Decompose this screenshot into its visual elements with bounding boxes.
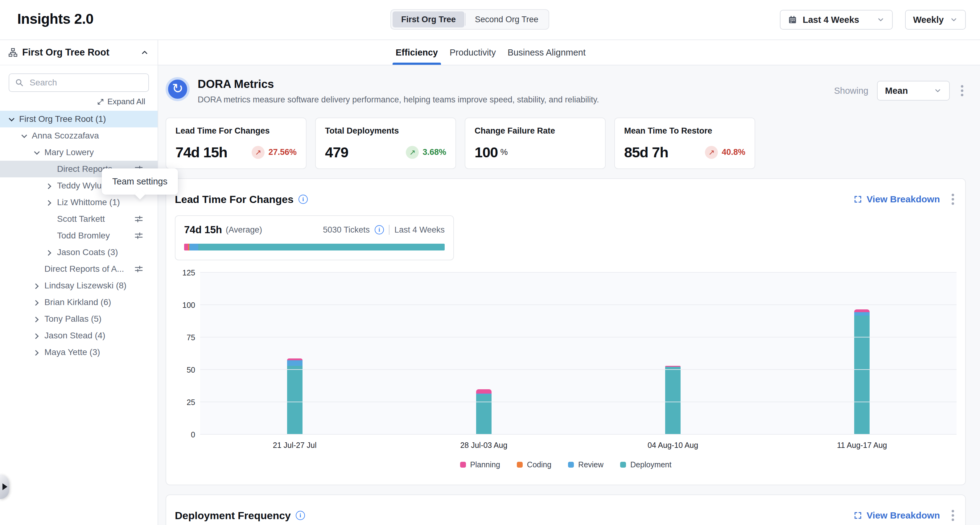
tree-item[interactable]: Todd Bromley	[0, 228, 158, 244]
chevron-right-icon[interactable]	[44, 181, 53, 190]
delta-badge: ↗40.8%	[705, 146, 745, 159]
phase-distribution-bar	[184, 244, 445, 250]
bar-segment-review	[854, 312, 870, 315]
page-title: Insights 2.0	[17, 11, 94, 27]
bar-segment-planning	[854, 309, 870, 312]
legend-item-review[interactable]: Review	[568, 460, 603, 469]
tree-item[interactable]: Jason Coats (3)	[0, 244, 158, 261]
dora-titles: DORA Metrics DORA metrics measure softwa…	[198, 77, 599, 105]
date-range-dropdown[interactable]: Last 4 Weeks	[780, 10, 893, 30]
info-icon[interactable]: i	[375, 225, 384, 234]
gridline	[200, 272, 956, 273]
view-breakdown-link[interactable]: View Breakdown	[854, 194, 940, 205]
bar-segment-review	[287, 360, 302, 366]
tab-business-alignment[interactable]: Business Alignment	[508, 40, 585, 65]
team-settings-icon[interactable]	[134, 231, 143, 240]
tree-item-label: Scott Tarkett	[57, 214, 105, 224]
delta-percent: 40.8%	[722, 148, 745, 157]
view-breakdown-label: View Breakdown	[867, 194, 940, 205]
y-axis-labels: 0255075100125	[175, 273, 195, 434]
tree-item[interactable]: Tony Pallas (5)	[0, 310, 158, 327]
stacked-bar[interactable]	[476, 389, 492, 434]
phase-segment-deployment	[198, 244, 445, 250]
legend-item-planning[interactable]: Planning	[460, 460, 500, 469]
metric-title: Total Deployments	[325, 126, 446, 136]
delta-percent: 27.56%	[268, 148, 297, 157]
info-icon[interactable]: i	[299, 195, 308, 204]
tooltip-text: Team settings	[112, 177, 167, 186]
info-icon[interactable]: i	[296, 511, 305, 520]
org-toggle-first[interactable]: First Org Tree	[393, 11, 465, 27]
tree-item[interactable]: Anna Scozzafava	[0, 127, 158, 144]
tree-item[interactable]: Lindsay Liszewski (8)	[0, 277, 158, 294]
org-toggle-second[interactable]: Second Org Tree	[466, 11, 547, 27]
lead-time-head: Lead Time For Changes i View Breakdown	[175, 191, 956, 207]
tree-item[interactable]: Direct Reports of A...	[0, 261, 158, 277]
team-settings-icon[interactable]	[134, 215, 143, 224]
tree-item[interactable]: First Org Tree Root (1)	[0, 111, 158, 127]
stacked-bar[interactable]	[854, 309, 870, 434]
chevron-right-icon[interactable]	[32, 298, 41, 307]
org-header-label: First Org Tree Root	[22, 47, 140, 58]
chevron-down-icon	[934, 87, 942, 95]
tree-item[interactable]: Mary Lowery	[0, 144, 158, 161]
legend-swatch	[460, 462, 466, 468]
search-icon	[15, 78, 24, 89]
tab-productivity[interactable]: Productivity	[450, 40, 496, 65]
chevron-right-icon[interactable]	[44, 248, 53, 257]
phase-segment-review	[189, 244, 198, 250]
dora-subtitle: DORA metrics measure software delivery p…	[198, 95, 599, 105]
x-tick-label: 11 Aug-17 Aug	[768, 441, 956, 450]
legend-label: Review	[578, 460, 603, 469]
tree-item-label: Jason Coats (3)	[57, 247, 118, 257]
tab-efficiency[interactable]: Efficiency	[396, 40, 438, 65]
chevron-right-icon[interactable]	[32, 348, 41, 357]
expand-all-button[interactable]: Expand All	[0, 97, 145, 107]
sidebar-collapse-chevron-icon[interactable]	[140, 48, 149, 57]
chevron-down-icon[interactable]	[19, 131, 28, 140]
bar-segment-deployment	[476, 395, 492, 434]
gridline	[200, 337, 956, 337]
stacked-bar[interactable]	[665, 366, 681, 434]
chevron-right-icon[interactable]	[44, 198, 53, 207]
tree-item[interactable]: Brian Kirkland (6)	[0, 294, 158, 310]
tree-item-label: Brian Kirkland (6)	[45, 298, 111, 307]
expand-view-icon	[854, 195, 862, 204]
bar-slot	[389, 273, 578, 434]
chevron-down-icon[interactable]	[6, 115, 16, 124]
aggregation-value: Mean	[885, 86, 908, 96]
deployment-frequency-title: Deployment Frequency	[175, 509, 291, 522]
search-input[interactable]	[9, 73, 149, 92]
expand-all-icon	[97, 98, 104, 105]
org-header[interactable]: First Org Tree Root	[0, 40, 158, 65]
bar-slot	[768, 273, 956, 434]
tree-item[interactable]: Jason Stead (4)	[0, 327, 158, 344]
dora-title: DORA Metrics	[198, 78, 599, 91]
legend-item-deployment[interactable]: Deployment	[620, 460, 671, 469]
view-breakdown-link[interactable]: View Breakdown	[854, 510, 940, 521]
tree-item[interactable]: Maya Yette (3)	[0, 344, 158, 361]
metric-value: 100	[474, 144, 498, 161]
granularity-dropdown[interactable]: Weekly	[905, 10, 966, 30]
chevron-right-icon[interactable]	[32, 314, 41, 324]
chevron-right-icon[interactable]	[32, 331, 41, 340]
stacked-bar[interactable]	[287, 358, 302, 434]
dora-kebab-menu-icon[interactable]	[958, 83, 966, 99]
lead-time-kebab-menu-icon[interactable]	[949, 191, 956, 207]
tree-item[interactable]: Liz Whittome (1)	[0, 194, 158, 211]
chevron-right-icon[interactable]	[32, 281, 41, 290]
chevron-down-icon[interactable]	[32, 148, 41, 157]
aggregation-dropdown[interactable]: Mean	[877, 81, 950, 100]
deployment-frequency-kebab-menu-icon[interactable]	[949, 508, 956, 523]
legend-label: Deployment	[630, 460, 671, 469]
legend-item-coding[interactable]: Coding	[517, 460, 551, 469]
team-settings-icon[interactable]	[134, 264, 143, 274]
trend-up-arrow-icon: ↗	[251, 146, 264, 159]
metric-title: Mean Time To Restore	[624, 126, 745, 136]
tree-item-label: Liz Whittome (1)	[57, 197, 120, 207]
delta-badge: ↗27.56%	[251, 146, 297, 159]
x-tick-label: 21 Jul-27 Jul	[200, 441, 389, 450]
summary-qualifier: (Average)	[226, 225, 262, 235]
gridline	[200, 369, 956, 370]
tree-item[interactable]: Scott Tarkett	[0, 211, 158, 228]
